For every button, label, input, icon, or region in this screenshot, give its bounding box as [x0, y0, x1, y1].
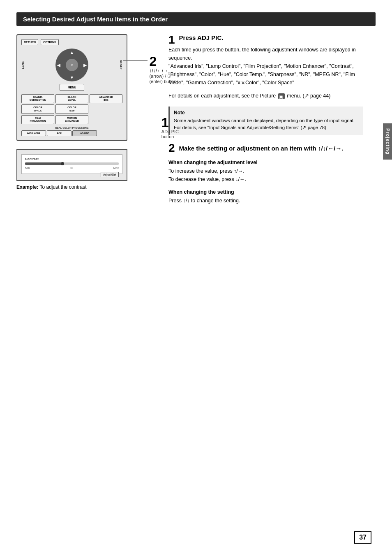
bar-min: Min	[25, 167, 30, 169]
step2-title: Make the setting or adjustment on an ite…	[179, 142, 363, 153]
annotation-step2: 2 ↑/↓/←/→ (arrow) / ☉ (enter) buttons	[123, 55, 179, 84]
page-container: Projecting Selecting Desired Adjust Menu…	[0, 0, 392, 556]
step2-sub2: When changing the setting Press ↑/↓ to c…	[168, 189, 363, 205]
options-button[interactable]: OPTIONS	[41, 39, 59, 45]
note-label: Note	[174, 110, 359, 116]
dpad-left[interactable]: ◀	[57, 63, 60, 67]
sub1-body: To increase the value, press ↑/→. To dec…	[168, 167, 363, 183]
wide-mode-btn[interactable]: WIDE MODE	[21, 130, 46, 136]
adjust-set-btn[interactable]: Adjust/Set	[101, 172, 119, 177]
black-level-btn[interactable]: BLACK LEVEL	[55, 94, 88, 103]
contrast-label: Contrast	[25, 157, 119, 161]
content-area: RETURN OPTIONS LENS ▲ ▼ ◀ ▶	[16, 34, 376, 208]
remote-top-buttons: RETURN OPTIONS	[21, 39, 122, 45]
reset-label: RESET	[120, 60, 122, 70]
step2-sub2: (enter) buttons	[149, 79, 179, 84]
step1-sub2: button	[161, 134, 179, 139]
note-text: Some adjustment windows cannot be displa…	[174, 117, 359, 132]
step2-num: 2	[168, 142, 175, 154]
gamma-btn[interactable]: GAMMA CORRECTION	[21, 94, 54, 103]
color-space-btn[interactable]: COLOR SPACE	[21, 104, 54, 114]
step2-header: 2 Make the setting or adjustment on an i…	[168, 142, 363, 154]
step1-body: Each time you press the button, the foll…	[168, 46, 363, 87]
side-tab: Projecting	[383, 123, 392, 160]
remote-area: RETURN OPTIONS LENS ▲ ▼ ◀ ▶	[16, 34, 156, 141]
step1-num: 1	[168, 34, 175, 46]
annotation-step1: 1 ADJ PIC button	[139, 116, 179, 139]
example-bold: Example:	[16, 184, 38, 190]
example-caption: Example: To adjust the contrast	[16, 184, 156, 190]
note-box: Note Some adjustment windows cannot be d…	[168, 107, 363, 135]
picture-icon	[278, 93, 285, 99]
motion-btn[interactable]: MOTION ENHANCER	[55, 115, 88, 124]
lens-label: LENS	[21, 61, 24, 69]
bar-fill	[25, 162, 62, 165]
step2-arrows: ↑/↓/←/→	[149, 68, 179, 74]
step1-subtext: For details on each adjustment, see the …	[168, 92, 363, 100]
step2-sub: (arrow) / ☉	[149, 74, 179, 79]
menu-button[interactable]: MENU	[60, 84, 84, 91]
left-column: RETURN OPTIONS LENS ▲ ▼ ◀ ▶	[16, 34, 156, 208]
right-column: 1 Press ADJ PIC. Each time you press the…	[168, 34, 376, 208]
color-temp-btn[interactable]: COLOR TEMP	[55, 104, 88, 114]
dpad[interactable]: ▲ ▼ ◀ ▶ ⊕	[55, 49, 88, 81]
example-section: Contrast Min 10 Max Adjust/Set	[16, 149, 156, 190]
middle-grid: GAMMA CORRECTION BLACK LEVEL ADVANCED IR…	[21, 94, 122, 124]
dpad-down[interactable]: ▼	[70, 75, 74, 80]
bar-track	[25, 162, 119, 165]
step2-block: 2 Make the setting or adjustment on an i…	[168, 142, 363, 205]
step1-title: Press ADJ PIC.	[179, 34, 363, 41]
annotation-line-1	[139, 122, 160, 122]
sub1-heading: When changing the adjustment level	[168, 160, 363, 165]
step1-sub-text: For details on each adjustment, see the …	[168, 93, 276, 99]
section-header: Selecting Desired Adjust Menu Items in t…	[16, 12, 376, 26]
rcp-btn[interactable]: RCP	[47, 130, 71, 136]
bar-max: Max	[113, 167, 119, 169]
contrast-bar-area: Contrast Min 10 Max Adjust/Set	[21, 154, 122, 174]
step2-sub1: When changing the adjustment level To in…	[168, 160, 363, 183]
step1-menu-ref: menu. (↗ page 44)	[287, 93, 330, 99]
step1-number-diagram: 1	[161, 116, 179, 129]
rcp-label: REAL COLOR PROCESSING	[21, 127, 122, 129]
bar-thumb[interactable]	[61, 162, 64, 165]
example-panel: Contrast Min 10 Max Adjust/Set	[16, 149, 127, 181]
rcp-row: WIDE MODE RCP ADJ PIC	[21, 130, 122, 136]
dpad-up[interactable]: ▲	[70, 50, 74, 55]
sub2-heading: When changing the setting	[168, 189, 363, 195]
remote-diagram: RETURN OPTIONS LENS ▲ ▼ ◀ ▶	[16, 34, 127, 141]
step2-number-diagram: 2	[149, 55, 179, 68]
annotation-line-2	[123, 60, 148, 61]
sub2-body: Press ↑/↓ to change the setting.	[168, 197, 363, 205]
adj-pic-btn[interactable]: ADJ PIC	[72, 130, 97, 136]
step1-block: 1 Press ADJ PIC. Each time you press the…	[168, 34, 363, 100]
dpad-right[interactable]: ▶	[83, 63, 87, 67]
rcp-section: REAL COLOR PROCESSING WIDE MODE RCP ADJ …	[21, 127, 122, 136]
film-btn[interactable]: FILM PROJECTION	[21, 115, 54, 124]
bar-labels: Min 10 Max	[25, 167, 119, 169]
step1-sub: ADJ PIC	[161, 129, 179, 134]
page-number: 37	[354, 531, 371, 544]
return-button[interactable]: RETURN	[21, 39, 38, 45]
bar-value: 10	[70, 167, 73, 169]
dpad-enter[interactable]: ⊕	[66, 59, 78, 71]
step1-header: 1 Press ADJ PIC.	[168, 34, 363, 46]
advanced-iris-btn[interactable]: ADVANCED IRIS	[90, 94, 122, 103]
example-text: To adjust the contrast	[38, 184, 86, 190]
